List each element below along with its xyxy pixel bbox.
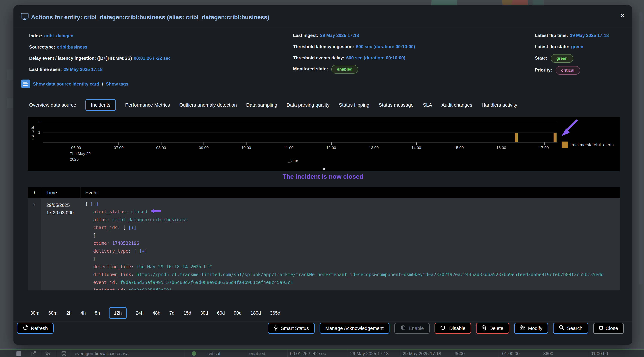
- range-48h[interactable]: 48h: [152, 308, 160, 318]
- range-180d[interactable]: 180d: [250, 308, 261, 318]
- range-8h[interactable]: 8h: [95, 308, 100, 318]
- smart-status-button[interactable]: Smart Status: [268, 323, 314, 334]
- entity-name: eventgen-firewall:cisco:asa: [75, 351, 128, 356]
- search-icon: [559, 325, 564, 332]
- range-15d[interactable]: 15d: [184, 308, 191, 318]
- row-lag: 00:01:26 / -42 sec: [290, 351, 326, 356]
- json-collapse-toggle[interactable]: [-]: [90, 201, 98, 207]
- incidents-timechart: tra...rts 2 1 06:00 07:00 08:00 09:00 10…: [28, 117, 620, 171]
- carousel-dot[interactable]: [322, 168, 325, 170]
- tab-data-parsing-quality[interactable]: Data parsing quality: [286, 100, 330, 110]
- json-line-delivery-type: delivery_type: [ [+]: [85, 247, 620, 255]
- annotation-arrow-icon: [150, 208, 162, 216]
- json-line-alias: alias: cribl_datagen:cribl:business: [85, 216, 620, 224]
- search-button[interactable]: Search: [553, 323, 588, 334]
- range-60m[interactable]: 60m: [48, 308, 58, 318]
- legend-swatch[interactable]: [562, 142, 568, 148]
- background-chart-fragment: [502, 0, 528, 5]
- lightning-icon: [274, 325, 278, 332]
- scissors-icon[interactable]: [45, 351, 51, 357]
- close-button[interactable]: Close: [593, 323, 624, 334]
- page-scrollbar[interactable]: [639, 12, 642, 285]
- trash-icon: [482, 325, 487, 332]
- show-tags-link[interactable]: Show tags: [106, 81, 128, 86]
- annotation-arrow-icon: [560, 119, 578, 142]
- refresh-button[interactable]: Refresh: [17, 323, 54, 334]
- close-icon[interactable]: ×: [620, 12, 624, 19]
- footer-right-actions: Smart Status Manage Acknowledgement Enab…: [268, 323, 624, 334]
- range-90d[interactable]: 90d: [234, 308, 242, 318]
- row-checkbox[interactable]: [16, 351, 21, 356]
- footer-divider: [14, 321, 632, 322]
- tab-audit-changes[interactable]: Audit changes: [442, 100, 472, 110]
- info-latest-flip-time: Latest flip time:29 May 2025 17:18: [535, 33, 609, 38]
- gridline: [43, 122, 557, 122]
- tab-status-message[interactable]: Status message: [379, 100, 414, 110]
- show-identity-card-link[interactable]: Show data source identity card: [33, 81, 99, 86]
- tab-handlers-activity[interactable]: Handlers activity: [482, 100, 517, 110]
- range-30m[interactable]: 30m: [30, 308, 40, 318]
- tab-incidents[interactable]: Incidents: [86, 99, 116, 111]
- x-axis-date-line2: 2025: [70, 157, 79, 161]
- x-tick-label: 14:00: [411, 145, 421, 150]
- manage-acknowledgement-button[interactable]: Manage Acknowledgement: [320, 323, 390, 334]
- chart-bar: [554, 133, 556, 142]
- database-icon[interactable]: [61, 351, 67, 357]
- x-tick-label: 12:00: [326, 145, 336, 150]
- tab-data-sampling[interactable]: Data sampling: [246, 100, 277, 110]
- json-line: { [-]: [85, 200, 620, 208]
- identity-links: Show data source identity card / Show ta…: [33, 81, 128, 87]
- info-column-header: i: [28, 187, 41, 198]
- range-60d[interactable]: 60d: [217, 308, 225, 318]
- event-timestamp: 17:20:03.000: [46, 209, 81, 216]
- tab-overview-data-source[interactable]: Overview data source: [29, 100, 76, 110]
- tab-outliers-anomaly-detection[interactable]: Outliers anomaly detection: [179, 100, 237, 110]
- range-7d[interactable]: 7d: [169, 308, 174, 318]
- x-tick-label: 06:00: [71, 145, 81, 150]
- monitored-state-badge: enabled: [331, 65, 358, 73]
- json-line-detection-time: detection_time: Thu May 29 16:18:14 2025…: [85, 263, 620, 271]
- modify-button[interactable]: Modify: [514, 323, 548, 334]
- toggle-off-icon: [440, 325, 447, 332]
- expand-row-chevron-icon[interactable]: ›: [28, 198, 41, 290]
- background-chart-fragment: [532, 0, 544, 5]
- tab-performance-metrics[interactable]: Performance Metrics: [125, 100, 170, 110]
- info-threshold-latency: Threshold latency ingestion:600 sec (dur…: [293, 44, 415, 49]
- tab-bar: Overview data source Incidents Performan…: [29, 98, 517, 112]
- legend-label[interactable]: trackme:stateful_alerts: [570, 142, 614, 147]
- x-tick-label: 13:00: [369, 145, 379, 150]
- x-tick-label: 10:00: [241, 145, 251, 150]
- x-tick-label: 17:00: [539, 145, 549, 150]
- background-table-row: eventgen-firewall:cisco:asa critical ena…: [0, 349, 644, 357]
- range-4h[interactable]: 4h: [80, 308, 86, 318]
- row-threshold2: 3600: [543, 351, 553, 356]
- monitor-icon: [20, 13, 29, 21]
- delete-button[interactable]: Delete: [476, 323, 509, 334]
- json-line-incident-id: incident_id: e0c0a69858f2c504: [85, 286, 620, 290]
- y-tick-label: 2: [33, 120, 40, 124]
- modal-header: Actions for entity: cribl_datagen:cribl:…: [14, 5, 632, 27]
- disable-button[interactable]: Disable: [434, 323, 471, 334]
- range-12h[interactable]: 12h: [109, 307, 127, 319]
- json-expand-toggle[interactable]: [+]: [139, 249, 147, 254]
- toggle-on-icon: [400, 325, 406, 332]
- range-365d[interactable]: 365d: [270, 308, 280, 318]
- tab-status-flipping[interactable]: Status flipping: [339, 100, 369, 110]
- event-date: 29/05/2025: [46, 201, 81, 209]
- chart-bar: [515, 133, 518, 142]
- sliders-icon: [520, 325, 526, 332]
- info-monitored-state: Monitored state: enabled: [293, 65, 358, 73]
- identity-card-icon[interactable]: [21, 79, 30, 89]
- json-line-ctime: ctime: 1748532196: [85, 239, 620, 247]
- tab-sla[interactable]: SLA: [423, 100, 432, 110]
- json-expand-toggle[interactable]: [+]: [128, 225, 136, 230]
- x-tick-label: 09:00: [199, 145, 209, 150]
- event-time-cell: 29/05/2025 17:20:03.000: [41, 198, 81, 290]
- json-line-alert-status: alert_status: closed: [85, 208, 620, 216]
- external-link-icon[interactable]: [30, 351, 36, 357]
- range-30d[interactable]: 30d: [200, 308, 208, 318]
- range-2h[interactable]: 2h: [66, 308, 72, 318]
- info-state: State: green: [535, 54, 573, 63]
- enable-button[interactable]: Enable: [394, 323, 430, 334]
- range-24h[interactable]: 24h: [136, 308, 144, 318]
